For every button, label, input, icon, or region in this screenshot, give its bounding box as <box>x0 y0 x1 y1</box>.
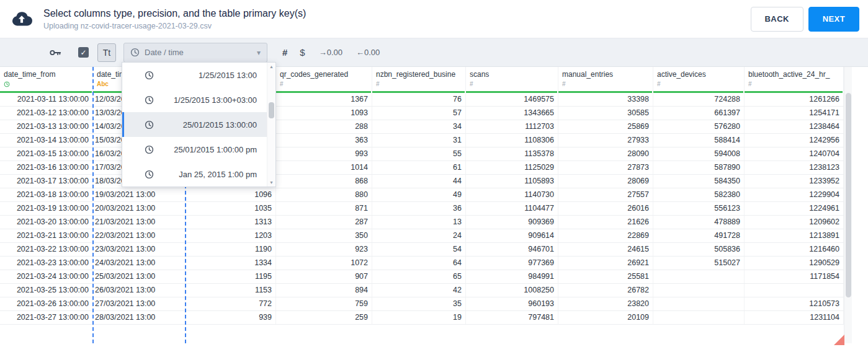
cell: 1290529 <box>745 257 844 270</box>
cell: 491728 <box>653 229 745 242</box>
cell: 1238123 <box>745 161 844 174</box>
column-header-date_time_from[interactable]: date_time_from <box>0 67 93 93</box>
cell: 1213891 <box>745 229 844 242</box>
format-option[interactable]: 25/01/2015 13:00:00 <box>122 112 275 137</box>
text-type-button[interactable]: Tt <box>97 43 116 62</box>
cell: 49 <box>372 188 466 201</box>
cell: 1072 <box>276 257 372 270</box>
clock-type-icon <box>4 81 92 88</box>
cell: 871 <box>276 202 372 215</box>
cell: 984991 <box>466 270 558 283</box>
cell: 27557 <box>558 188 653 201</box>
column-header-qr_codes_generated[interactable]: qr_codes_generated# <box>276 67 372 93</box>
scroll-up-icon[interactable]: ▲ <box>269 64 274 69</box>
table-row: 2021-03-22 13:00:0023/03/2021 13:0011909… <box>0 243 844 257</box>
cell: 24615 <box>558 243 653 256</box>
clock-icon <box>145 95 154 105</box>
cell: 1190 <box>186 243 276 256</box>
cell: 26/03/2021 13:00 <box>93 284 186 297</box>
number-type-icon: # <box>470 81 558 88</box>
cell: 34 <box>372 120 466 133</box>
cell: 1231104 <box>745 311 844 324</box>
cell: 724288 <box>653 93 745 106</box>
cell: 1238464 <box>745 120 844 133</box>
cell: 1008250 <box>466 284 558 297</box>
menu-scrollbar-thumb[interactable] <box>269 102 274 118</box>
number-type-icon: # <box>748 81 843 88</box>
column-name: active_devices <box>657 70 744 79</box>
table-row: 2021-03-20 13:00:0021/03/2021 13:0013132… <box>0 216 844 229</box>
cell: 923 <box>276 243 372 256</box>
cell: 1104477 <box>466 202 558 215</box>
cell: 587890 <box>653 161 745 174</box>
number-type-button[interactable]: # <box>282 47 287 58</box>
table-row: 2021-03-26 13:00:0027/03/2021 13:0077275… <box>0 297 844 311</box>
cell: 894 <box>276 284 372 297</box>
boolean-type-checkbox[interactable]: ✓ <box>78 47 89 58</box>
column-name: qr_codes_generated <box>280 70 372 79</box>
cell: 797481 <box>466 311 558 324</box>
currency-type-button[interactable]: $ <box>300 47 305 58</box>
cell: 22/03/2021 13:00 <box>93 229 186 242</box>
cell: 54 <box>372 243 466 256</box>
column-header-bluetooth_active_24_hr_[interactable]: bluetooth_active_24_hr_# <box>745 67 844 93</box>
vertical-scrollbar[interactable] <box>844 67 852 343</box>
clock-icon <box>145 120 154 130</box>
cell: 588414 <box>653 134 745 147</box>
cell: 26782 <box>558 284 653 297</box>
cell: 1125029 <box>466 161 558 174</box>
cell: 1240704 <box>745 147 844 160</box>
cell: 1096 <box>186 188 276 201</box>
decrease-decimal-button[interactable]: ←0.00 <box>356 48 380 57</box>
cell: 907 <box>276 270 372 283</box>
column-header-manual_entries[interactable]: manual_entries# <box>558 67 653 93</box>
cell: 1210573 <box>745 297 844 310</box>
cell: 1224961 <box>745 202 844 215</box>
column-header-scans[interactable]: scans# <box>466 67 558 93</box>
cell: 1233952 <box>745 175 844 188</box>
cell: 2021-03-18 13:00:00 <box>0 188 93 201</box>
menu-scrollbar[interactable]: ▲▼ <box>267 63 275 187</box>
upload-filename-status: Uploading nz-covid-tracer-usage-2021-03-… <box>43 22 306 30</box>
cell: 28/03/2021 13:00 <box>93 311 186 324</box>
increase-decimal-button[interactable]: →0.00 <box>319 48 342 57</box>
column-header-active_devices[interactable]: active_devices# <box>653 67 745 93</box>
scroll-down-icon[interactable]: ▼ <box>269 180 274 185</box>
cell: 2021-03-22 13:00:00 <box>0 243 93 256</box>
cell: 28069 <box>558 175 653 188</box>
column-header-nzbn_registered_busine[interactable]: nzbn_registered_busine# <box>372 67 466 93</box>
cell: 55 <box>372 147 466 160</box>
cell: 909614 <box>466 229 558 242</box>
cell: 35 <box>372 297 466 310</box>
cell: 2021-03-14 13:00:00 <box>0 134 93 147</box>
cell <box>653 270 745 283</box>
format-option-label: 1/25/2015 13:00+03:00 <box>154 95 275 105</box>
next-button[interactable]: NEXT <box>808 7 859 32</box>
cell: 31 <box>372 134 466 147</box>
cell: 584350 <box>653 175 745 188</box>
format-option-label: 1/25/2015 13:00 <box>154 71 275 80</box>
format-option[interactable]: 25/01/2015 1:00:00 pm <box>122 137 275 162</box>
clock-icon <box>145 145 154 154</box>
cell: 30585 <box>558 107 653 120</box>
cell: 42 <box>372 284 466 297</box>
cell: 1135378 <box>466 147 558 160</box>
cell: 1093 <box>276 107 372 120</box>
cell: 1242956 <box>745 134 844 147</box>
format-option[interactable]: 1/25/2015 13:00+03:00 <box>122 87 275 112</box>
datetime-format-dropdown[interactable]: Date / time ▾ <box>123 43 267 63</box>
cell: 36 <box>372 202 466 215</box>
cell: 2021-03-20 13:00:00 <box>0 216 93 229</box>
cell: 23/03/2021 13:00 <box>93 243 186 256</box>
primary-key-icon[interactable] <box>48 46 62 59</box>
vertical-scrollbar-thumb[interactable] <box>846 93 851 297</box>
format-option[interactable]: Jan 25, 2015 1:00 pm <box>122 162 275 187</box>
back-button[interactable]: BACK <box>751 7 803 32</box>
format-option[interactable]: 1/25/2015 13:00 <box>122 63 275 87</box>
cell: 1216460 <box>745 243 844 256</box>
cell: 939 <box>186 311 276 324</box>
cell: 23820 <box>558 297 653 310</box>
cell: 350 <box>276 229 372 242</box>
cell: 1334 <box>186 257 276 270</box>
number-type-icon: # <box>562 81 653 88</box>
